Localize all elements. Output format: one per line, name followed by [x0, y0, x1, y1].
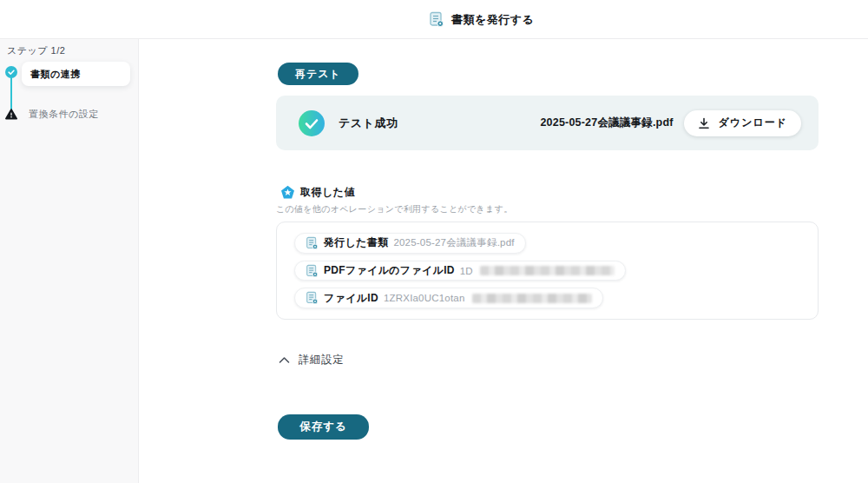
step-counter: ステップ 1/2 [7, 44, 65, 57]
header: 書類を発行する [0, 0, 868, 39]
step-complete-check-icon [5, 66, 17, 78]
obtained-values-description: この値を他のオペレーションで利用することができます。 [276, 203, 513, 215]
value-chip-pdf-file-id[interactable]: PDFファイルのファイルID 1D [294, 261, 626, 281]
obtained-values-header: 取得した値 [280, 185, 355, 200]
advanced-settings-toggle[interactable]: 詳細設定 [279, 353, 344, 367]
advanced-settings-label: 詳細設定 [299, 353, 344, 367]
result-file-name: 2025-05-27会議議事録.pdf [540, 116, 673, 130]
download-button[interactable]: ダウンロード [684, 110, 801, 136]
step-label: 置換条件の設定 [29, 108, 99, 121]
redacted-value-block [480, 266, 615, 275]
value-label: PDFファイルのファイルID [324, 263, 455, 278]
value-text: 1ZRXIa0UC1otan [384, 293, 465, 303]
obtained-values-card: 発行した書類 2025-05-27会議議事録.pdf PDFファイルのファイルI… [276, 222, 819, 320]
success-check-icon [299, 110, 325, 136]
header-title-group: 書類を発行する [429, 0, 534, 39]
retest-button[interactable]: 再テスト [278, 63, 358, 85]
obtained-values-title: 取得した値 [300, 185, 355, 200]
download-button-label: ダウンロード [719, 116, 787, 130]
step-label: 書類の連携 [30, 68, 81, 81]
document-icon [306, 236, 319, 250]
main-content: 再テスト テスト成功 2025-05-27会議議事録.pdf [140, 39, 868, 483]
sidebar-step-replace-conditions[interactable]: 置換条件の設定 [29, 107, 99, 121]
value-chip-file-id[interactable]: ファイルID 1ZRXIa0UC1otan [294, 288, 603, 308]
page-title: 書類を発行する [451, 12, 534, 28]
download-icon [698, 117, 710, 129]
document-icon [306, 264, 319, 278]
value-text: 1D [460, 266, 473, 276]
sidebar-step-document-link[interactable]: 書類の連携 [22, 62, 130, 86]
value-text: 2025-05-27会議議事録.pdf [393, 236, 514, 249]
step-warning-icon [5, 109, 17, 120]
value-label: ファイルID [324, 291, 378, 306]
value-chip-issued-document[interactable]: 発行した書類 2025-05-27会議議事録.pdf [294, 233, 526, 254]
save-button[interactable]: 保存する [278, 414, 369, 440]
chevron-up-icon [279, 356, 290, 364]
step-connector-line [10, 77, 12, 109]
test-status-text: テスト成功 [339, 116, 398, 131]
app-window: 書類を発行する ステップ 1/2 書類の連携 置換条件の設定 再テスト [0, 0, 868, 483]
redacted-value-block [472, 294, 592, 303]
test-result-card: テスト成功 2025-05-27会議議事録.pdf ダウンロード [276, 96, 819, 150]
document-issue-icon [429, 11, 444, 28]
value-label: 発行した書類 [324, 235, 388, 250]
star-badge-icon [280, 185, 295, 200]
sidebar: ステップ 1/2 書類の連携 置換条件の設定 [0, 39, 139, 483]
document-icon [306, 291, 319, 305]
